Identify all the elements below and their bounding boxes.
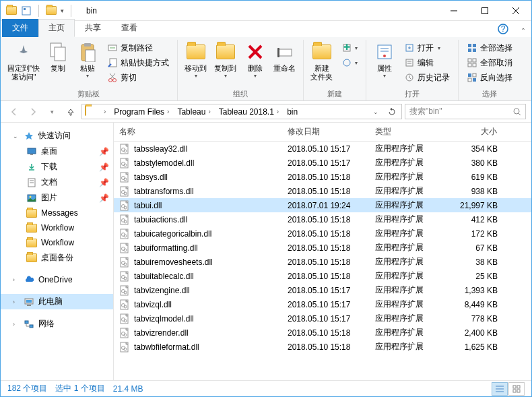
- col-date[interactable]: 修改日期: [282, 123, 370, 141]
- qat-dropdown[interactable]: ▾: [61, 7, 64, 14]
- maximize-button[interactable]: [469, 1, 500, 21]
- edit-button[interactable]: 编辑: [401, 56, 453, 69]
- paste-button[interactable]: 粘贴▾: [73, 40, 102, 87]
- file-row[interactable]: tabwbfileformat.dll2018.05.10 15:18应用程序扩…: [114, 340, 531, 354]
- crumb-1[interactable]: Program Files›: [111, 104, 174, 119]
- file-row[interactable]: tabvizql.dll2018.05.10 15:17应用程序扩展8,449 …: [114, 297, 531, 311]
- nav-network[interactable]: ›网络: [1, 316, 113, 332]
- file-date: 2018.05.10 15:18: [282, 272, 370, 281]
- file-row[interactable]: tabuiactions.dll2018.05.10 15:18应用程序扩展41…: [114, 212, 531, 226]
- tab-file[interactable]: 文件: [2, 19, 38, 37]
- nav-desktop[interactable]: 桌面📌: [1, 144, 113, 159]
- delete-button[interactable]: 删除▾: [241, 40, 269, 87]
- tab-share[interactable]: 共享: [75, 19, 111, 37]
- crumb-3[interactable]: Tableau 2018.1›: [216, 104, 284, 119]
- newitem-button[interactable]: ✚▾: [339, 41, 360, 55]
- nav-forward[interactable]: [25, 104, 41, 120]
- properties-qat-icon[interactable]: [21, 5, 32, 16]
- help-icon[interactable]: ?: [496, 22, 510, 36]
- file-size: 21,997 KB: [451, 201, 511, 210]
- nav-quick-access[interactable]: ⌄快速访问: [1, 128, 113, 144]
- search-box[interactable]: 搜索"bin": [405, 104, 526, 119]
- pasteshortcut-button[interactable]: 粘贴快捷方式: [104, 56, 172, 69]
- nav-desktopbk[interactable]: 桌面备份: [1, 250, 113, 266]
- file-type: 应用程序扩展: [370, 171, 451, 183]
- copy-button[interactable]: 复制: [44, 40, 72, 87]
- nav-recent[interactable]: ▾: [44, 104, 60, 120]
- col-size[interactable]: 大小: [451, 123, 511, 141]
- quick-access-toolbar: ▾: [1, 5, 79, 17]
- file-date: 2018.05.10 15:17: [282, 300, 370, 309]
- folder-icon: [85, 106, 97, 118]
- pin-button[interactable]: 固定到"快 速访问": [5, 40, 42, 87]
- open-button[interactable]: 打开▾: [401, 41, 453, 55]
- addr-dropdown[interactable]: ⌄: [368, 104, 384, 119]
- copypath-button[interactable]: 复制路径: [104, 41, 172, 55]
- file-row[interactable]: tabssleay32.dll2018.05.10 15:17应用程序扩展354…: [114, 142, 531, 156]
- svg-point-48: [514, 109, 519, 114]
- file-row[interactable]: tabvizengine.dll2018.05.10 15:17应用程序扩展1,…: [114, 283, 531, 297]
- selectall-button[interactable]: 全部选择: [464, 41, 515, 55]
- nav-downloads[interactable]: 下载📌: [1, 159, 113, 175]
- col-type[interactable]: 类型: [370, 123, 451, 141]
- file-type: 应用程序扩展: [370, 157, 451, 169]
- svg-point-26: [343, 59, 350, 66]
- nav-workflow-1[interactable]: Workflow: [1, 220, 113, 235]
- copy-icon: [47, 41, 69, 63]
- nav-onedrive[interactable]: ›OneDrive: [1, 272, 113, 287]
- close-button[interactable]: [500, 1, 531, 21]
- breadcrumb-bar[interactable]: › Program Files› Tableau› Tableau 2018.1…: [81, 104, 402, 119]
- file-size: 412 KB: [451, 215, 511, 224]
- properties-button[interactable]: 属性▾: [370, 40, 399, 87]
- nav-messages[interactable]: Messages: [1, 206, 113, 220]
- nav-workflow-2[interactable]: Workflow: [1, 235, 113, 250]
- nav-pictures[interactable]: 图片📌: [1, 190, 113, 206]
- pin-icon: [13, 41, 34, 63]
- dll-icon: [119, 299, 130, 310]
- view-icons[interactable]: [508, 382, 525, 396]
- file-row[interactable]: tabstylemodel.dll2018.05.10 15:17应用程序扩展3…: [114, 156, 531, 170]
- nav-thispc[interactable]: ›此电脑: [1, 294, 113, 309]
- rename-button[interactable]: 重命名: [271, 40, 299, 87]
- tab-home[interactable]: 主页: [38, 19, 75, 37]
- group-organize: 移动到▾ 复制到▾ 删除▾ 重命名 组织: [178, 40, 304, 100]
- file-date: 2018.05.10 15:17: [282, 314, 370, 324]
- view-details[interactable]: [492, 382, 508, 396]
- invertselect-button[interactable]: 反向选择: [464, 71, 515, 84]
- tab-view[interactable]: 查看: [111, 19, 147, 37]
- selectnone-button[interactable]: 全部取消: [464, 56, 515, 69]
- nav-back[interactable]: [6, 104, 22, 120]
- minimize-button[interactable]: [438, 1, 469, 21]
- file-date: 2018.05.10 15:18: [282, 257, 370, 267]
- file-row[interactable]: tabvizqlmodel.dll2018.05.10 15:17应用程序扩展7…: [114, 311, 531, 326]
- file-row[interactable]: tabuiformatting.dll2018.05.10 15:18应用程序扩…: [114, 241, 531, 255]
- newfolder-button[interactable]: 新建 文件夹: [308, 40, 336, 87]
- delete-icon: [244, 41, 266, 63]
- file-name: tabvizengine.dll: [134, 286, 190, 295]
- addr-refresh[interactable]: [384, 104, 400, 119]
- file-row[interactable]: tabsys.dll2018.05.10 15:18应用程序扩展619 KB: [114, 170, 531, 184]
- col-name[interactable]: 名称: [114, 123, 282, 141]
- nav-documents[interactable]: 文档📌: [1, 175, 113, 190]
- svg-text:✚: ✚: [343, 43, 350, 52]
- crumb-2[interactable]: Tableau›: [174, 104, 215, 119]
- file-row[interactable]: tabuicategoricalbin.dll2018.05.10 15:18应…: [114, 226, 531, 241]
- nav-up[interactable]: [63, 104, 79, 120]
- moveto-button[interactable]: 移动到▾: [182, 40, 210, 87]
- open-qat-icon[interactable]: [46, 5, 57, 16]
- crumb-root[interactable]: ›: [98, 104, 111, 119]
- file-row[interactable]: tabuiremovesheets.dll2018.05.10 15:18应用程…: [114, 255, 531, 269]
- file-row[interactable]: tabui.dll2018.07.01 19:24应用程序扩展21,997 KB: [114, 198, 531, 212]
- crumb-4[interactable]: bin: [284, 104, 300, 119]
- ribbon-collapse[interactable]: ˆ: [515, 28, 531, 37]
- history-button[interactable]: 历史记录: [401, 71, 453, 84]
- easyaccess-button[interactable]: ▾: [339, 56, 360, 69]
- file-size: 619 KB: [451, 173, 511, 182]
- file-row[interactable]: tabtransforms.dll2018.05.10 15:18应用程序扩展9…: [114, 184, 531, 198]
- file-row[interactable]: tabvizrender.dll2018.05.10 15:18应用程序扩展2,…: [114, 326, 531, 340]
- cut-button[interactable]: 剪切: [104, 71, 172, 84]
- svg-rect-46: [468, 78, 471, 82]
- window-title: bin: [79, 6, 438, 16]
- copyto-button[interactable]: 复制到▾: [211, 40, 240, 87]
- file-row[interactable]: tabuitablecalc.dll2018.05.10 15:18应用程序扩展…: [114, 269, 531, 283]
